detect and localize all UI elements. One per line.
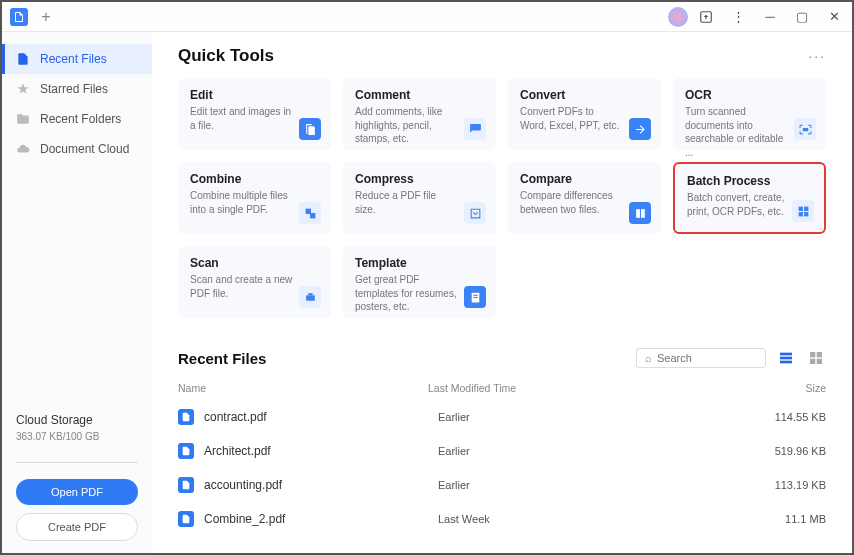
svg-rect-12 <box>473 294 477 295</box>
star-icon <box>16 82 30 96</box>
svg-rect-6 <box>804 206 808 210</box>
create-pdf-button[interactable]: Create PDF <box>16 513 138 541</box>
tool-template[interactable]: Template Get great PDF templates for res… <box>343 246 496 318</box>
svg-rect-14 <box>780 353 792 356</box>
pdf-icon <box>178 511 194 527</box>
svg-rect-10 <box>308 293 312 295</box>
file-time: Earlier <box>438 479 736 491</box>
cloud-storage-usage: 363.07 KB/100 GB <box>16 431 138 442</box>
sidebar-item-label: Starred Files <box>40 82 108 96</box>
batch-icon <box>792 200 814 222</box>
tool-edit[interactable]: Edit Edit text and images in a file. <box>178 78 331 150</box>
compare-icon <box>629 202 651 224</box>
edit-icon <box>299 118 321 140</box>
svg-rect-3 <box>636 209 640 218</box>
quick-tools-title: Quick Tools <box>178 46 274 66</box>
svg-rect-7 <box>798 212 802 216</box>
svg-rect-15 <box>780 357 792 360</box>
combine-icon <box>299 202 321 224</box>
file-name: Architect.pdf <box>204 444 438 458</box>
tool-ocr[interactable]: OCR Turn scanned documents into searchab… <box>673 78 826 150</box>
template-icon <box>464 286 486 308</box>
file-size: 114.55 KB <box>736 411 826 423</box>
compress-icon <box>464 202 486 224</box>
file-row[interactable]: accounting.pdf Earlier 113.19 KB <box>178 468 826 502</box>
tool-combine[interactable]: Combine Combine multiple files into a si… <box>178 162 331 234</box>
main-content: Quick Tools ··· Edit Edit text and image… <box>152 32 852 553</box>
quick-tools-grid: Edit Edit text and images in a file. Com… <box>178 78 826 318</box>
list-view-button[interactable] <box>776 348 796 368</box>
svg-rect-8 <box>804 212 808 216</box>
pdf-icon <box>178 477 194 493</box>
share-icon[interactable] <box>692 3 720 31</box>
file-row[interactable]: Combine_2.pdf Last Week 11.1 MB <box>178 502 826 536</box>
sidebar: Recent Files Starred Files Recent Folder… <box>2 32 152 553</box>
doc-icon <box>16 52 30 66</box>
comment-icon <box>464 118 486 140</box>
svg-rect-16 <box>780 361 792 364</box>
cloud-icon <box>16 142 30 156</box>
sidebar-item-recent-folders[interactable]: Recent Folders <box>2 104 152 134</box>
tool-comment[interactable]: Comment Add comments, like highlights, p… <box>343 78 496 150</box>
file-time: Earlier <box>438 445 736 457</box>
pdf-icon <box>178 409 194 425</box>
file-size: 113.19 KB <box>736 479 826 491</box>
svg-rect-20 <box>817 359 822 364</box>
col-size-header: Size <box>736 382 826 394</box>
file-size: 11.1 MB <box>736 513 826 525</box>
scan-icon <box>299 286 321 308</box>
svg-rect-19 <box>810 359 815 364</box>
file-row[interactable]: Architect.pdf Earlier 519.96 KB <box>178 434 826 468</box>
table-header: Name Last Modified Time Size <box>178 378 826 400</box>
tool-convert[interactable]: Convert Convert PDFs to Word, Excel, PPT… <box>508 78 661 150</box>
search-input[interactable] <box>657 352 757 364</box>
titlebar: + ⋮ ─ ▢ ✕ <box>2 2 852 32</box>
quick-tools-more-icon[interactable]: ··· <box>808 48 826 64</box>
user-avatar[interactable] <box>668 7 688 27</box>
file-row[interactable]: contract.pdf Earlier 114.55 KB <box>178 400 826 434</box>
sidebar-item-label: Recent Files <box>40 52 107 66</box>
sidebar-item-starred-files[interactable]: Starred Files <box>2 74 152 104</box>
file-name: contract.pdf <box>204 410 438 424</box>
svg-rect-9 <box>306 295 315 300</box>
minimize-button[interactable]: ─ <box>756 3 784 31</box>
new-tab-button[interactable]: + <box>36 7 56 27</box>
tool-compare[interactable]: Compare Compare differences between two … <box>508 162 661 234</box>
maximize-button[interactable]: ▢ <box>788 3 816 31</box>
tool-batch-process[interactable]: Batch Process Batch convert, create, pri… <box>673 162 826 234</box>
menu-dots-icon[interactable]: ⋮ <box>724 3 752 31</box>
cloud-storage-label: Cloud Storage 363.07 KB/100 GB <box>2 401 152 454</box>
file-list: contract.pdf Earlier 114.55 KB Architect… <box>178 400 826 536</box>
tool-compress[interactable]: Compress Reduce a PDF file size. <box>343 162 496 234</box>
storage-divider <box>16 462 138 463</box>
sidebar-item-recent-files[interactable]: Recent Files <box>2 44 152 74</box>
svg-rect-13 <box>473 296 477 297</box>
col-name-header: Name <box>178 382 428 394</box>
app-logo <box>10 8 28 26</box>
svg-rect-2 <box>309 212 314 217</box>
file-size: 519.96 KB <box>736 445 826 457</box>
file-name: accounting.pdf <box>204 478 438 492</box>
svg-rect-17 <box>810 352 815 357</box>
search-box[interactable]: ⌕ <box>636 348 766 368</box>
sidebar-item-label: Document Cloud <box>40 142 129 156</box>
file-name: Combine_2.pdf <box>204 512 438 526</box>
recent-files-title: Recent Files <box>178 350 266 367</box>
svg-rect-5 <box>798 206 802 210</box>
col-time-header: Last Modified Time <box>428 382 736 394</box>
svg-rect-18 <box>817 352 822 357</box>
sidebar-item-document-cloud[interactable]: Document Cloud <box>2 134 152 164</box>
grid-view-button[interactable] <box>806 348 826 368</box>
file-time: Last Week <box>438 513 736 525</box>
search-icon: ⌕ <box>645 352 652 364</box>
svg-rect-4 <box>641 209 645 218</box>
tool-scan[interactable]: Scan Scan and create a new PDF file. <box>178 246 331 318</box>
sidebar-item-label: Recent Folders <box>40 112 121 126</box>
convert-icon <box>629 118 651 140</box>
file-time: Earlier <box>438 411 736 423</box>
close-button[interactable]: ✕ <box>820 3 848 31</box>
ocr-icon <box>794 118 816 140</box>
open-pdf-button[interactable]: Open PDF <box>16 479 138 505</box>
pdf-icon <box>178 443 194 459</box>
folder-icon <box>16 112 30 126</box>
